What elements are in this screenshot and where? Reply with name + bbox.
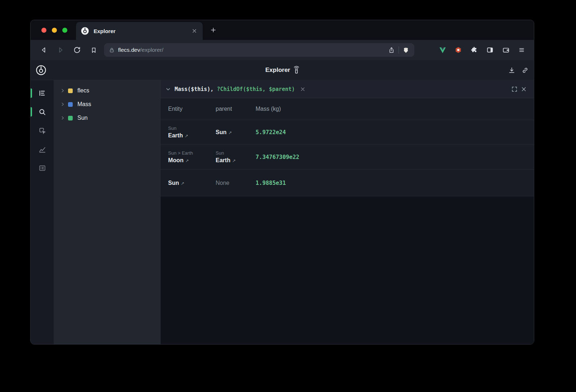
chevron-down-icon[interactable] bbox=[165, 86, 171, 92]
entity-name: Sun bbox=[168, 180, 179, 186]
entity-link[interactable]: Earth↗ bbox=[168, 132, 216, 139]
entity-cell: Sun↗ bbox=[168, 180, 216, 186]
url-text: flecs.dev/explorer/ bbox=[118, 47, 163, 53]
module-color-swatch bbox=[68, 88, 73, 93]
query-clear-icon[interactable] bbox=[300, 87, 305, 92]
parent-cell: Sun Earth↗ bbox=[216, 150, 256, 164]
link-arrow-icon: ↗ bbox=[181, 181, 184, 186]
window-controls bbox=[31, 20, 76, 40]
chevron-right-icon[interactable] bbox=[60, 115, 65, 120]
forward-button[interactable] bbox=[54, 44, 67, 56]
component-color-swatch bbox=[68, 102, 73, 107]
entity-cell: Sun > Earth Moon↗ bbox=[168, 150, 216, 164]
tree-item-mass[interactable]: Mass bbox=[54, 97, 160, 111]
parent-name: Sun bbox=[216, 129, 226, 136]
chevron-right-icon[interactable] bbox=[60, 102, 65, 107]
parent-name: Earth bbox=[216, 157, 230, 164]
page-title-group: Explorer bbox=[265, 66, 299, 74]
parent-link[interactable]: Sun↗ bbox=[216, 129, 256, 136]
parent-path: Sun bbox=[216, 150, 256, 156]
entity-cell: Sun Earth↗ bbox=[168, 126, 216, 139]
tab-strip: Explorer bbox=[31, 20, 534, 40]
flecs-favicon-icon bbox=[81, 27, 89, 35]
link-arrow-icon: ↗ bbox=[185, 158, 189, 163]
empty-results-area bbox=[161, 196, 534, 344]
left-icon-strip bbox=[31, 80, 54, 344]
remote-connection-icon[interactable] bbox=[294, 66, 299, 74]
minimize-window-button[interactable] bbox=[52, 28, 57, 33]
query-panel: Mass($this), ?ChildOf($this, $parent) En… bbox=[160, 80, 534, 344]
entity-tree-panel: flecs Mass Sun bbox=[54, 80, 160, 344]
mass-value: 5.9722e24 bbox=[256, 129, 534, 136]
tab-title: Explorer bbox=[94, 28, 188, 34]
tab-close-icon[interactable] bbox=[192, 28, 197, 33]
chevron-right-icon[interactable] bbox=[60, 88, 65, 93]
hexagon-extension-icon[interactable] bbox=[453, 45, 463, 55]
query-results-table: Entity parent Mass (kg) Sun Earth↗ Sun↗ … bbox=[161, 98, 534, 196]
table-row: Sun↗ None 1.9885e31 bbox=[161, 169, 534, 196]
entity-name: Earth bbox=[168, 132, 183, 139]
page-body: flecs Mass Sun bbox=[31, 80, 534, 344]
parent-cell: None bbox=[216, 180, 256, 186]
url-path: /explorer/ bbox=[140, 47, 163, 53]
commands-panel-button[interactable] bbox=[31, 159, 54, 177]
entity-color-swatch bbox=[68, 116, 73, 120]
vue-devtools-icon[interactable] bbox=[437, 45, 447, 55]
link-arrow-icon: ↗ bbox=[185, 133, 188, 138]
brave-shield-icon[interactable] bbox=[402, 46, 409, 54]
url-domain: flecs.dev bbox=[118, 47, 140, 53]
close-window-button[interactable] bbox=[41, 28, 46, 33]
tree-item-label: Sun bbox=[77, 115, 87, 121]
entity-link[interactable]: Moon↗ bbox=[168, 157, 216, 164]
column-header-mass: Mass (kg) bbox=[256, 106, 534, 112]
menu-icon[interactable] bbox=[517, 45, 527, 55]
table-row: Sun Earth↗ Sun↗ 5.9722e24 bbox=[161, 120, 534, 144]
inspector-panel-button[interactable] bbox=[31, 121, 54, 140]
link-arrow-icon: ↗ bbox=[228, 130, 232, 135]
maximize-window-button[interactable] bbox=[62, 28, 67, 33]
parent-none-label: None bbox=[216, 180, 256, 186]
tree-item-sun[interactable]: Sun bbox=[54, 111, 160, 125]
address-bar[interactable]: flecs.dev/explorer/ bbox=[104, 43, 414, 57]
parent-link[interactable]: Earth↗ bbox=[216, 157, 256, 164]
table-row: Sun > Earth Moon↗ Sun Earth↗ 7.34767309e… bbox=[161, 144, 534, 169]
query-bar: Mass($this), ?ChildOf($this, $parent) bbox=[161, 80, 534, 98]
sidebar-toggle-icon[interactable] bbox=[485, 45, 495, 55]
app-header: Explorer bbox=[31, 60, 534, 80]
link-arrow-icon: ↗ bbox=[232, 158, 236, 163]
browser-window: Explorer flecs.dev/explorer/ bbox=[30, 20, 534, 345]
extensions-puzzle-icon[interactable] bbox=[469, 45, 479, 55]
divider bbox=[399, 46, 399, 54]
tree-item-label: flecs bbox=[77, 87, 89, 94]
link-icon[interactable] bbox=[521, 67, 529, 74]
entity-name: Moon bbox=[168, 157, 184, 164]
tree-item-flecs[interactable]: flecs bbox=[54, 84, 160, 97]
close-panel-icon[interactable] bbox=[521, 86, 527, 92]
flecs-logo-icon bbox=[36, 65, 46, 76]
browser-toolbar: flecs.dev/explorer/ bbox=[31, 40, 534, 60]
parent-cell: Sun↗ bbox=[216, 129, 256, 136]
expand-panel-icon[interactable] bbox=[511, 86, 518, 92]
entity-link[interactable]: Sun↗ bbox=[168, 180, 216, 186]
column-header-parent: parent bbox=[216, 106, 256, 112]
table-header-row: Entity parent Mass (kg) bbox=[161, 98, 534, 120]
page-title: Explorer bbox=[265, 67, 290, 74]
entity-path: Sun > Earth bbox=[168, 150, 216, 156]
new-tab-button[interactable] bbox=[210, 20, 217, 40]
stats-panel-button[interactable] bbox=[31, 140, 54, 159]
back-button[interactable] bbox=[38, 44, 50, 56]
mass-value: 1.9885e31 bbox=[256, 180, 534, 186]
column-header-entity: Entity bbox=[168, 106, 216, 112]
entity-tree-panel-button[interactable] bbox=[31, 84, 54, 102]
wallet-icon[interactable] bbox=[501, 45, 511, 55]
bookmark-icon[interactable] bbox=[87, 44, 100, 56]
download-icon[interactable] bbox=[508, 67, 516, 74]
header-actions bbox=[508, 60, 529, 80]
share-icon[interactable] bbox=[388, 47, 395, 54]
extension-area bbox=[437, 45, 527, 55]
reload-button[interactable] bbox=[71, 44, 83, 56]
query-term-mass: Mass($this), bbox=[175, 86, 217, 92]
browser-tab[interactable]: Explorer bbox=[76, 22, 203, 40]
query-search-panel-button[interactable] bbox=[31, 102, 54, 121]
query-expression[interactable]: Mass($this), ?ChildOf($this, $parent) bbox=[175, 86, 295, 92]
